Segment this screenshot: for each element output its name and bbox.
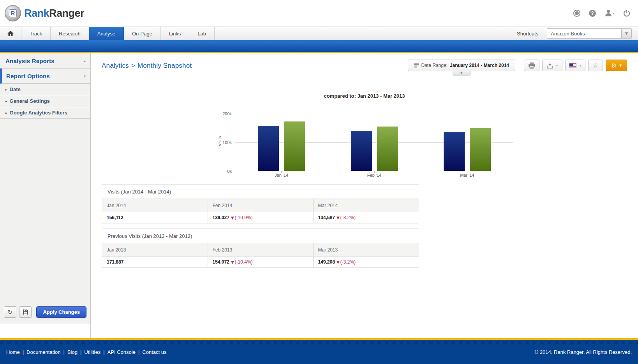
- footer-links: Home|Documentation|Blog|Utilities|API Co…: [6, 349, 166, 355]
- y-axis-label: Visits: [217, 136, 222, 146]
- y-tick-200k: 200k: [222, 111, 232, 116]
- date-range-expander[interactable]: ▼: [453, 71, 471, 76]
- table-title: Visits (Jan 2014 - Mar 2014): [102, 185, 419, 199]
- bar-group-jan: [258, 121, 305, 171]
- column-header: Jan 2014: [102, 199, 208, 212]
- settings-button[interactable]: ⚙ ▼: [606, 60, 627, 71]
- chevron-right-icon: ▸: [5, 111, 7, 115]
- bar-group-mar: [444, 128, 491, 171]
- date-range-value: January 2014 - March 2014: [450, 63, 509, 68]
- column-header: Mar 2013: [313, 243, 419, 257]
- footer-link-utilities[interactable]: Utilities: [84, 349, 100, 355]
- refresh-button[interactable]: ↻: [4, 306, 16, 318]
- profile-select-caret-icon[interactable]: ▼: [621, 29, 631, 38]
- visits-bar-chart: Visits 200k 100k 0k: [215, 114, 513, 179]
- breadcrumb-section[interactable]: Analytics: [102, 62, 129, 69]
- table-row: 156,112 139,027▼(-10.9%) 134,587▼(-3.2%): [102, 212, 419, 223]
- chevron-down-icon: ▾: [84, 74, 86, 78]
- apply-changes-button[interactable]: Apply Changes: [36, 306, 86, 318]
- footer-link-api-console[interactable]: API Console: [108, 349, 136, 355]
- column-header: Mar 2014: [313, 199, 419, 212]
- nav-tab-lab[interactable]: Lab: [189, 27, 215, 40]
- footer-link-blog[interactable]: Blog: [67, 349, 78, 355]
- sidebar-report-options[interactable]: Report Options ▾: [0, 69, 90, 84]
- nav-tab-analyse[interactable]: Analyse: [89, 27, 124, 40]
- header-icons: ? ▾: [573, 9, 631, 18]
- floppy-icon: [23, 309, 28, 315]
- x-label-mar: Mar '14: [444, 173, 491, 178]
- shortcuts-link[interactable]: Shortcuts: [508, 31, 547, 37]
- calendar-icon: [414, 63, 419, 68]
- nav-tab-track[interactable]: Track: [21, 27, 51, 40]
- chart-plot-area: 200k 100k 0k: [235, 114, 513, 171]
- main-nav: Track Research Analyse On-Page Links Lab…: [0, 26, 638, 40]
- column-header: Feb 2014: [208, 199, 313, 212]
- footer-separator: |: [20, 349, 26, 355]
- nav-tab-onpage[interactable]: On-Page: [124, 27, 161, 40]
- language-button[interactable]: ▾: [565, 60, 585, 71]
- x-label-jan: Jan '14: [258, 173, 305, 178]
- footer-separator: |: [61, 349, 67, 355]
- bar-previous-visits-feb: [377, 127, 398, 171]
- profile-select[interactable]: Amazon Books ▼: [547, 28, 632, 39]
- bar-group-feb: [351, 127, 398, 171]
- export-button[interactable]: ▾: [542, 60, 562, 71]
- table-title: Previous Visits (Jan 2013 - Mar 2013): [102, 229, 419, 243]
- download-icon: [547, 63, 553, 69]
- star-icon: ☆: [592, 62, 598, 69]
- save-button[interactable]: [19, 306, 32, 318]
- us-flag-icon: [569, 63, 576, 68]
- nav-right: Shortcuts Amazon Books ▼: [508, 27, 638, 40]
- nav-tab-research[interactable]: Research: [51, 27, 89, 40]
- date-range-label: Date Range:: [421, 63, 448, 68]
- support-icon[interactable]: [573, 9, 581, 18]
- column-header: Feb 2013: [208, 243, 313, 257]
- y-tick-100k: 100k: [222, 140, 232, 145]
- previous-visits-table: Previous Visits (Jan 2013 - Mar 2013) Ja…: [102, 229, 419, 268]
- x-axis-labels: Jan '14 Feb '14 Mar '14: [235, 171, 513, 179]
- breadcrumb: Analytics>Monthly Snapshot: [102, 60, 192, 70]
- down-arrow-icon: ▼: [335, 216, 340, 220]
- sidebar-controls: ↻ Apply Changes: [0, 302, 90, 324]
- table-cell: 156,112: [102, 212, 208, 223]
- table-cell: 149,208▼(-3.2%): [313, 257, 419, 268]
- breadcrumb-separator: >: [129, 62, 137, 69]
- help-icon[interactable]: ?: [588, 9, 597, 18]
- sidebar-column: Analysis Reports ▸ Report Options ▾ ▸ Da…: [0, 53, 91, 338]
- brand-primary: Rank: [24, 7, 49, 19]
- nav-spacer: [215, 27, 508, 40]
- profile-select-value: Amazon Books: [547, 31, 585, 37]
- footer-link-documentation[interactable]: Documentation: [26, 349, 60, 355]
- nav-tab-links[interactable]: Links: [161, 27, 189, 40]
- date-range-button[interactable]: Date Range: January 2014 - March 2014: [408, 60, 515, 71]
- footer-separator: |: [100, 349, 107, 355]
- sidebar-analysis-reports[interactable]: Analysis Reports ▸: [0, 53, 90, 69]
- bar-visits-jan: [258, 126, 279, 171]
- chart-title: compared to: Jan 2013 - Mar 2013: [102, 93, 627, 99]
- print-button[interactable]: [524, 60, 539, 71]
- chevron-right-icon: ▸: [5, 88, 7, 91]
- footer-link-contact-us[interactable]: Contact us: [142, 349, 166, 355]
- rankranger-logo[interactable]: R RankRanger: [5, 5, 84, 21]
- bar-previous-visits-jan: [284, 121, 305, 171]
- chevron-right-icon: ▸: [5, 99, 7, 103]
- sidebar: Analysis Reports ▸ Report Options ▾ ▸ Da…: [0, 53, 90, 324]
- page-body: Analysis Reports ▸ Report Options ▾ ▸ Da…: [0, 53, 638, 338]
- breadcrumb-toolbar-row: Analytics>Monthly Snapshot Date Range: J…: [102, 60, 627, 71]
- power-icon[interactable]: [622, 9, 631, 18]
- table-header-row: Jan 2013 Feb 2013 Mar 2013: [102, 243, 419, 257]
- sidebar-item-date[interactable]: ▸ Date: [0, 84, 90, 95]
- export-caret-icon: ▾: [556, 64, 558, 67]
- nav-home-tab[interactable]: [0, 27, 21, 40]
- user-menu-icon[interactable]: ▾: [604, 9, 615, 18]
- page-title: Monthly Snapshot: [137, 62, 192, 69]
- brand-secondary: Ranger: [49, 7, 84, 19]
- footer-link-home[interactable]: Home: [6, 349, 20, 355]
- sidebar-item-general-settings[interactable]: ▸ General Settings: [0, 95, 90, 107]
- brand-title: RankRanger: [24, 7, 84, 19]
- copyright-text: © 2014. Rank Ranger. All Rights Reserved…: [535, 349, 632, 355]
- y-tick-0k: 0k: [227, 169, 232, 174]
- sidebar-item-google-analytics-filters[interactable]: ▸ Google Analytics Filters: [0, 107, 90, 119]
- app-footer: Home|Documentation|Blog|Utilities|API Co…: [0, 340, 638, 364]
- favorite-button[interactable]: ☆: [588, 60, 603, 71]
